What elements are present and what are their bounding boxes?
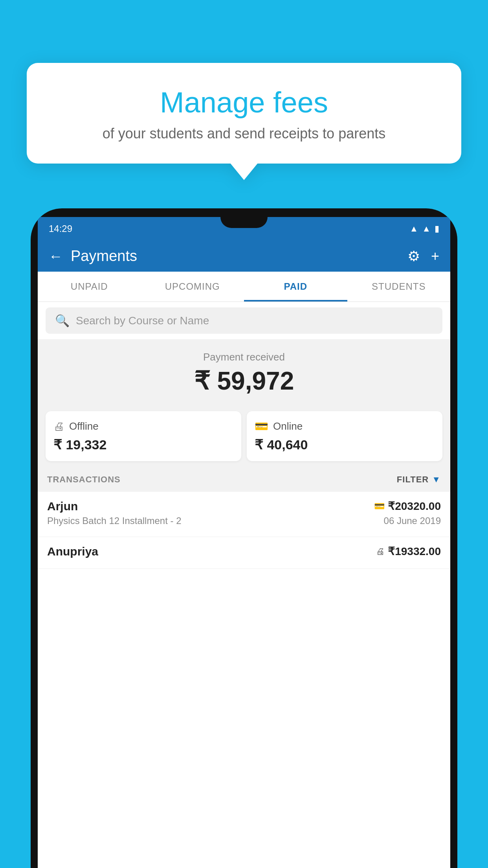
table-row[interactable]: Arjun 💳 ₹20320.00 Physics Batch 12 Insta… xyxy=(38,492,450,537)
transaction-row-1: Arjun 💳 ₹20320.00 xyxy=(47,500,441,513)
transaction-amount-row-1: 💳 ₹20320.00 xyxy=(374,500,441,513)
battery-icon: ▮ xyxy=(435,224,439,234)
add-icon[interactable]: + xyxy=(431,248,439,265)
transaction-amount-1: ₹20320.00 xyxy=(388,500,441,513)
status-time: 14:29 xyxy=(49,223,72,234)
table-row[interactable]: Anupriya 🖨 ₹19332.00 xyxy=(38,537,450,569)
status-icons: ▲ ▲ ▮ xyxy=(409,224,439,234)
offline-amount: ₹ 19,332 xyxy=(53,437,233,452)
app-screen: ← Payments ⚙ + UNPAID UPCOMING PAID STUD… xyxy=(38,241,450,868)
transaction-amount-2: ₹19332.00 xyxy=(388,545,441,558)
filter-button[interactable]: FILTER ▼ xyxy=(397,474,441,485)
settings-icon[interactable]: ⚙ xyxy=(407,248,420,265)
transaction-course-1: Physics Batch 12 Installment - 2 xyxy=(47,515,181,526)
offline-card: 🖨 Offline ₹ 19,332 xyxy=(46,411,241,461)
transaction-name-2: Anupriya xyxy=(47,545,98,558)
payment-cards: 🖨 Offline ₹ 19,332 💳 Online ₹ 40,640 xyxy=(38,411,450,461)
transactions-header: TRANSACTIONS FILTER ▼ xyxy=(38,467,450,492)
online-card: 💳 Online ₹ 40,640 xyxy=(247,411,442,461)
transactions-list: Arjun 💳 ₹20320.00 Physics Batch 12 Insta… xyxy=(38,492,450,868)
offline-card-header: 🖨 Offline xyxy=(53,420,233,433)
payment-received-label: Payment received xyxy=(46,351,442,363)
search-bar[interactable]: 🔍 Search by Course or Name xyxy=(46,307,442,334)
tab-upcoming[interactable]: UPCOMING xyxy=(141,272,244,302)
transaction-detail-row-1: Physics Batch 12 Installment - 2 06 June… xyxy=(47,515,441,526)
filter-label: FILTER xyxy=(397,474,429,485)
bubble-title: Manage fees xyxy=(46,86,442,118)
tab-unpaid[interactable]: UNPAID xyxy=(38,272,141,302)
phone-frame: 14:29 ▲ ▲ ▮ ← Payments ⚙ + UNPAID UPCO xyxy=(31,208,457,868)
search-icon: 🔍 xyxy=(55,314,70,327)
transaction-name-1: Arjun xyxy=(47,500,78,513)
online-card-header: 💳 Online xyxy=(255,420,435,433)
online-amount: ₹ 40,640 xyxy=(255,437,435,452)
transactions-label: TRANSACTIONS xyxy=(47,474,121,485)
card-payment-icon: 💳 xyxy=(374,501,385,511)
header-left: ← Payments xyxy=(49,248,137,265)
notch xyxy=(220,217,268,228)
header-right: ⚙ + xyxy=(407,248,439,265)
search-input[interactable]: Search by Course or Name xyxy=(76,314,209,327)
offline-payment-icon: 🖨 xyxy=(376,546,385,557)
status-bar: 14:29 ▲ ▲ ▮ xyxy=(38,217,450,241)
offline-icon: 🖨 xyxy=(53,420,64,433)
header-title: Payments xyxy=(71,248,137,265)
transaction-row-2: Anupriya 🖨 ₹19332.00 xyxy=(47,545,441,558)
signal-icon: ▲ xyxy=(422,224,431,234)
speech-bubble: Manage fees of your students and send re… xyxy=(27,63,461,164)
transaction-date-1: 06 June 2019 xyxy=(384,515,441,526)
tab-paid[interactable]: PAID xyxy=(244,272,347,302)
tabs: UNPAID UPCOMING PAID STUDENTS xyxy=(38,272,450,302)
online-label: Online xyxy=(273,420,303,432)
wifi-icon: ▲ xyxy=(409,224,418,234)
back-button[interactable]: ← xyxy=(49,248,63,265)
app-header: ← Payments ⚙ + xyxy=(38,241,450,272)
search-container: 🔍 Search by Course or Name xyxy=(38,302,450,339)
online-icon: 💳 xyxy=(255,420,268,433)
payment-summary: Payment received ₹ 59,972 xyxy=(38,339,450,411)
tab-students[interactable]: STUDENTS xyxy=(347,272,451,302)
payment-amount: ₹ 59,972 xyxy=(46,366,442,395)
offline-label: Offline xyxy=(69,420,99,432)
transaction-amount-row-2: 🖨 ₹19332.00 xyxy=(376,545,441,558)
bubble-subtitle: of your students and send receipts to pa… xyxy=(46,125,442,142)
filter-icon: ▼ xyxy=(432,474,441,485)
